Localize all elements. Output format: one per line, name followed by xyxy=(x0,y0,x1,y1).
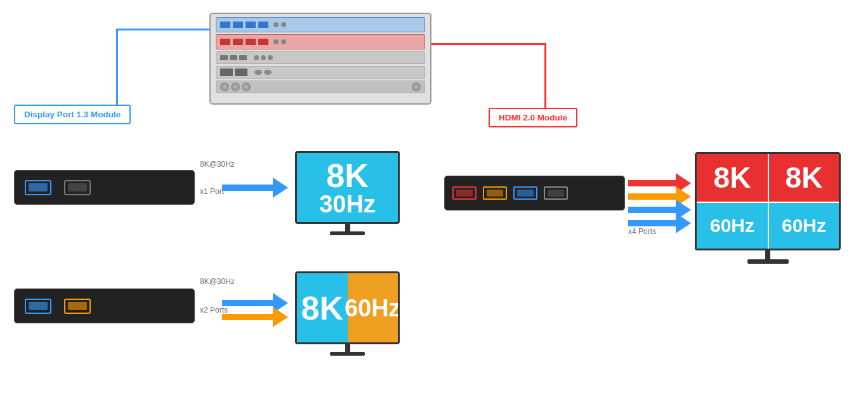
red-connector-h xyxy=(431,43,546,45)
hdmi-card xyxy=(444,176,625,210)
hdmi-module-label: HDMI 2.0 Module xyxy=(489,108,577,127)
dp-top-freq: 8K@30Hz xyxy=(200,160,235,169)
monitor-right: 8K 8K 60Hz 60Hz xyxy=(695,152,841,264)
dp-card-bottom xyxy=(14,288,195,323)
dp-bottom-freq: 8K@30Hz xyxy=(200,277,235,286)
dp-card-top xyxy=(14,170,195,205)
dp-top-ports: x1 Port xyxy=(200,187,224,196)
main-diagram: Display Port 1.3 Module HDMI 2.0 Module … xyxy=(0,0,868,395)
blue-connector-h xyxy=(116,29,209,30)
red-connector-v xyxy=(544,43,546,118)
monitor-bottom-left: 8K 60Hz xyxy=(295,271,400,356)
device-box xyxy=(209,13,431,105)
dp-top-arrow xyxy=(222,178,288,198)
dp-module-label: Display Port 1.3 Module xyxy=(14,105,131,124)
dp-bottom-arrow-orange xyxy=(222,307,288,327)
monitor-top-left: 8K 30Hz xyxy=(295,151,400,235)
hdmi-ports-annotation: x4 Ports xyxy=(628,227,656,236)
